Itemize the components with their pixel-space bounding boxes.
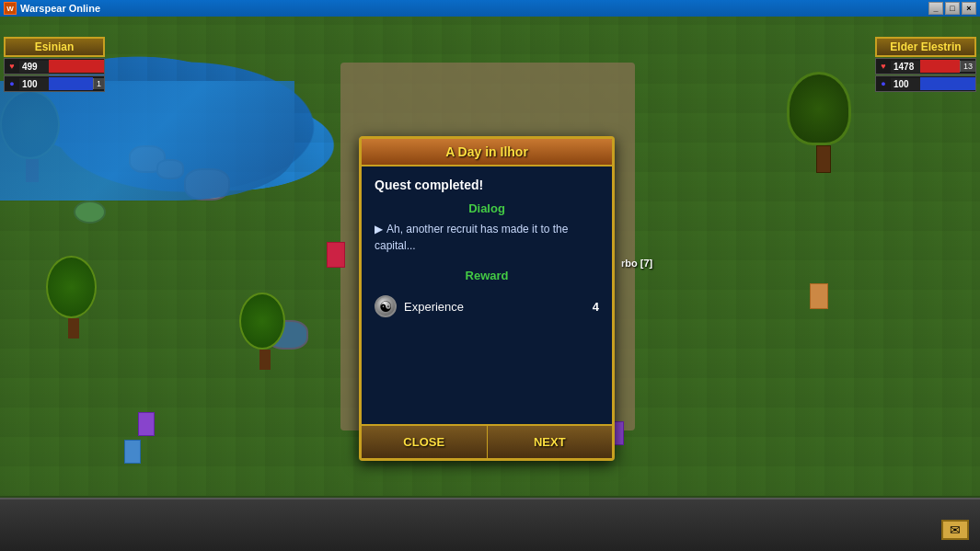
tree-right	[787, 72, 860, 164]
hud-left: Esinian ♥ 499 ● 100 1	[4, 37, 105, 92]
dialog-title-bar: A Day in Ilhor	[362, 139, 612, 166]
dialog-text-content: Ah, another recruit has made it to the c…	[375, 223, 568, 252]
dialog-text: ▶Ah, another recruit has made it to the …	[375, 221, 599, 254]
tree-left-3	[239, 293, 290, 362]
bottom-bar: ✉	[0, 498, 980, 551]
title-bar-text: W Warspear Online	[4, 2, 100, 15]
mp-icon-right: ●	[876, 76, 891, 91]
char-musician	[810, 283, 828, 309]
char-3	[124, 440, 141, 464]
hp-value-right: 1478	[891, 61, 920, 73]
experience-icon: ☯	[375, 295, 397, 317]
maximize-button[interactable]: □	[945, 2, 960, 15]
hp-fill-right	[920, 60, 960, 73]
quest-completed-text: Quest completed!	[375, 178, 599, 192]
hud-right: Elder Elestrin ♥ 1478 13 ● 100	[875, 37, 976, 92]
title-bar: W Warspear Online _ □ ×	[0, 0, 980, 17]
char-1	[327, 242, 345, 268]
hp-bar-left: ♥ 499	[4, 58, 105, 75]
mp-value-right: 100	[891, 78, 920, 90]
reward-section-label: Reward	[375, 269, 599, 282]
mp-bar-fill-left	[49, 77, 93, 90]
dialog-body: Quest completed! Dialog ▶Ah, another rec…	[362, 166, 612, 424]
mail-icon[interactable]: ✉	[941, 520, 969, 540]
npc-label: rbo [7]	[621, 258, 652, 269]
next-dialog-button[interactable]: NEXT	[488, 426, 613, 458]
mp-fill-right	[920, 77, 975, 90]
game-scene: rbo [7] Esinian ♥ 499 ● 100 1	[0, 17, 980, 496]
window-title: Warspear Online	[20, 3, 100, 14]
bush-1	[74, 201, 106, 224]
game-window: W Warspear Online _ □ ×	[0, 0, 980, 551]
close-dialog-button[interactable]: CLOSE	[362, 426, 488, 458]
player-name-right: Elder Elestrin	[875, 37, 976, 57]
dialog-modal: A Day in Ilhor Quest completed! Dialog ▶…	[359, 136, 615, 461]
minimize-button[interactable]: _	[928, 2, 943, 15]
reward-value: 4	[593, 300, 599, 314]
hp-bar-fill-right	[920, 60, 960, 73]
yin-yang-symbol: ☯	[379, 298, 392, 316]
dialog-title-text: A Day in Ilhor	[371, 144, 603, 159]
dialog-footer: CLOSE NEXT	[362, 424, 612, 458]
level-badge-left: 1	[93, 78, 104, 89]
level-badge-right: 13	[960, 61, 975, 72]
mp-value-left: 100	[19, 78, 49, 90]
mp-fill-left	[49, 77, 93, 90]
reward-name: Experience	[404, 300, 585, 314]
hp-icon-left: ♥	[5, 59, 19, 74]
player-name-left: Esinian	[4, 37, 105, 57]
mp-bar-fill-right	[920, 77, 975, 90]
dialog-arrow-icon: ▶	[375, 221, 383, 237]
title-bar-controls: _ □ ×	[928, 2, 976, 15]
hp-bar-right: ♥ 1478 13	[875, 58, 976, 75]
hp-bar-fill-left	[49, 60, 104, 73]
water-area	[0, 81, 294, 201]
hp-value-left: 499	[19, 61, 49, 73]
hp-icon-right: ♥	[876, 59, 891, 74]
reward-row: ☯ Experience 4	[375, 292, 599, 321]
mp-bar-right: ● 100	[875, 75, 976, 92]
close-window-button[interactable]: ×	[962, 2, 976, 15]
app-icon: W	[4, 2, 17, 15]
dialog-section-label: Dialog	[375, 201, 599, 215]
char-2	[138, 412, 155, 436]
mp-bar-left: ● 100 1	[4, 75, 105, 92]
tree-left-2	[46, 256, 101, 329]
hp-fill-left	[49, 60, 104, 73]
mp-icon-left: ●	[5, 76, 19, 91]
